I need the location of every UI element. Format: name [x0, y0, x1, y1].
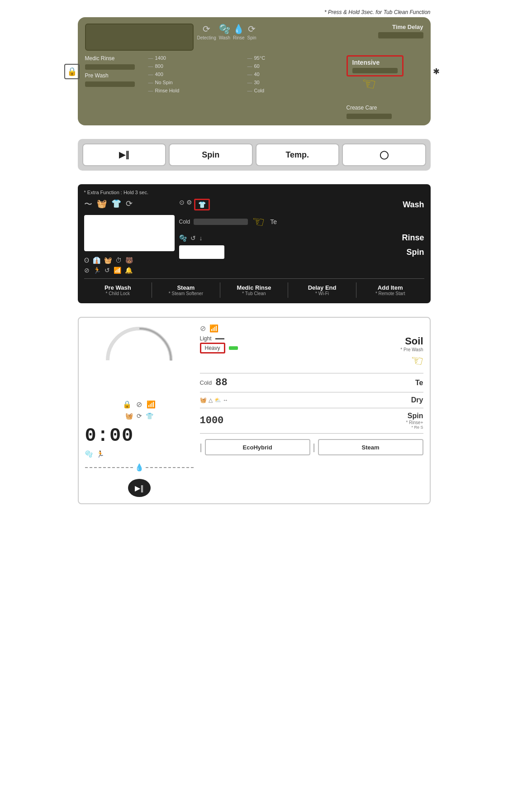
p2-top-icons: 〜 🧺 👕 ⟳	[84, 199, 175, 210]
p3-top-icon2: 📶	[209, 324, 218, 333]
p2-bottom-additem[interactable]: Add Item * Remote Start	[356, 282, 424, 298]
panel2-wrapper: * Extra Function : Hold 3 sec. 〜 🧺 👕 ⟳ ʘ…	[78, 184, 431, 303]
intensive-option-box[interactable]: Intensive ☞	[347, 55, 404, 76]
p2-wash-icons: ⊙ ⚙ 👕	[179, 199, 210, 210]
p3-top-icon1: ⊘	[200, 324, 206, 333]
p2-medicrinse-sub: * Tub Clean	[221, 291, 287, 296]
spin-button[interactable]: Spin	[169, 143, 253, 166]
speed-row-nospin: — No Spin	[148, 80, 243, 85]
p3-temp-row: Cold 88 Te	[200, 377, 423, 388]
p2-steam-sub: * Steam Softener	[153, 291, 219, 296]
temp-30: — 30	[247, 80, 342, 85]
p2-wash-highlighted-icon: 👕	[194, 199, 210, 210]
p3-heavy-label: Heavy	[205, 345, 220, 351]
p3-extra-icons: 🫧 🏃	[85, 450, 194, 458]
panel1-wrapper: * Press & Hold 3sec. for Tub Clean Funct…	[78, 9, 431, 125]
p3-playpause-button[interactable]: ▶‖	[128, 479, 151, 497]
p3-bottom-buttons: | EcoHybrid | Steam	[200, 439, 423, 455]
p2-bottom-medicrinse[interactable]: Medic Rinse * Tub Clean	[220, 282, 289, 298]
p2-icon-wifi: 📶	[114, 267, 121, 274]
panel1-middle-row: Medic Rinse Pre Wash — 1400 — 800 — 400	[85, 55, 423, 119]
p2-wash-label: Wash	[403, 200, 424, 210]
p2-fabric-icon1: 🧺	[97, 199, 107, 210]
p2-additem-main: Add Item	[357, 284, 423, 291]
temp-cold: — Cold	[247, 88, 342, 93]
p2-steam-main: Steam	[153, 284, 219, 291]
p3-drum-icon: 🫧	[85, 450, 93, 458]
p3-sep1	[200, 373, 423, 373]
p3-steam-button[interactable]: Steam	[318, 439, 423, 455]
p2-hand-pointer-icon: ☞	[250, 212, 266, 231]
speed-row-1400: — 1400	[148, 55, 243, 61]
p2-spin-label: Spin	[407, 248, 424, 257]
intensive-bar	[352, 68, 398, 73]
p3-dry-row: 🧺 △ ⛅ ↔ Dry	[200, 396, 423, 404]
p3-soil-right: Soil * Pre Wash ☞	[400, 335, 423, 369]
p3-time-display: 0:00	[85, 425, 194, 447]
p2-prewash-sub: * Child Lock	[85, 291, 151, 296]
p2-icon-sound: 🔔	[125, 267, 133, 274]
panel3-right-section: ⊘ 📶 Light Heavy Soil * Pre Wash	[200, 324, 423, 497]
p2-bottom-icons-row1: ʘ 👔 🧺 ⏱ 🐻	[84, 257, 175, 264]
temp-button[interactable]: Temp.	[256, 143, 340, 166]
p3-dry-label: Dry	[411, 396, 423, 404]
p3-top-icons-row: ⊘ 📶	[200, 324, 423, 333]
p2-rinse-row: 🫧 ↺ ↓ Rinse	[179, 233, 424, 243]
speed-options: — 1400 — 800 — 400 — No Spin — Rinse H	[148, 55, 243, 119]
p3-lock-icon: 🔒	[123, 400, 132, 409]
p3-soil-section: Light Heavy Soil * Pre Wash ☞	[200, 335, 423, 369]
p2-spin-display-bar	[179, 245, 224, 259]
p2-icon-no: ⊘	[84, 267, 90, 274]
p2-rinse-icon3: ↓	[199, 234, 203, 242]
temp-60: — 60	[247, 63, 342, 69]
temp-40: — 40	[247, 72, 342, 77]
p2-icon-underwear: ʘ	[84, 257, 89, 264]
p2-bottom-steam[interactable]: Steam * Steam Softener	[152, 282, 220, 298]
panel2-right-section: ⊙ ⚙ 👕 Wash Cold ☞ Te 🫧 ↺ ↓	[179, 199, 424, 259]
p2-prewash-main: Pre Wash	[85, 284, 151, 291]
p2-bottom-prewash[interactable]: Pre Wash * Child Lock	[84, 282, 152, 298]
p2-bottom-delayend[interactable]: Delay End * Wi-Fi	[288, 282, 356, 298]
p2-main-display	[84, 215, 175, 251]
p3-dry-icon2: △	[209, 397, 213, 403]
extra-fn-note: * Extra Function : Hold 3 sec.	[84, 190, 424, 195]
control-buttons-row: ▶‖ Spin Temp. ◯	[78, 139, 431, 171]
p2-fabric-icon2: 👕	[111, 199, 121, 210]
speed-row-400: — 400	[148, 72, 243, 77]
p3-light-heavy-selector: Light Heavy	[200, 335, 238, 353]
p3-sep3	[200, 408, 423, 408]
p2-wash-shirt-icon: 👕	[198, 201, 206, 208]
play-pause-button[interactable]: ▶‖	[82, 143, 166, 166]
p2-cold-label: Cold	[179, 219, 190, 225]
p2-wash-swirl-icon: ⊙	[179, 199, 185, 210]
p3-eco-button[interactable]: EcoHybrid	[205, 439, 310, 455]
p2-wash-row: ⊙ ⚙ 👕 Wash	[179, 199, 424, 210]
pre-wash-bar	[85, 81, 135, 87]
p3-spin-right: Spin * Rinse+ * Re S	[406, 412, 423, 430]
p2-icon-clock: ⏱	[115, 257, 122, 264]
p2-rinse-icon1: 🫧	[179, 234, 187, 242]
rinse-icon: 💧	[233, 24, 244, 34]
p3-spin-digits: 1000	[200, 415, 224, 426]
p3-no-icon: ⊘	[136, 400, 142, 409]
p3-rinse-note: * Rinse+	[406, 420, 423, 425]
panel3-wrapper: 🔒 ⊘ 📶 🧺 ⟳ 👕 0:00 🫧 🏃 💧 ▶‖	[78, 317, 431, 504]
p3-pipe-left: |	[200, 442, 202, 453]
p2-medicrinse-main: Medic Rinse	[221, 284, 287, 291]
p3-dry-icons: 🧺 △ ⛅ ↔	[200, 397, 228, 403]
p3-fabric-icons-row: 🧺 ⟳ 👕	[85, 412, 194, 420]
press-hold-note: * Press & Hold 3sec. for Tub Clean Funct…	[78, 9, 431, 15]
p2-delayend-sub: * Wi-Fi	[289, 291, 355, 296]
p2-spin-row: Spin	[179, 245, 424, 259]
p3-pipe-middle: |	[313, 442, 315, 453]
p3-sport-icon: 🏃	[96, 450, 104, 458]
spin-icon: ⟳	[248, 24, 256, 34]
p2-icon-refresh: ↺	[104, 267, 110, 274]
p3-arc-svg	[103, 324, 176, 396]
p3-light-label: Light	[200, 335, 212, 342]
rinse-step: 💧 Rinse	[233, 24, 245, 40]
power-button[interactable]: ◯	[342, 143, 426, 166]
p2-icon-sport: 🏃	[93, 267, 101, 274]
p2-delicate-icon: ⟳	[126, 199, 133, 210]
p3-hand-pointer-icon: ☞	[408, 351, 424, 370]
